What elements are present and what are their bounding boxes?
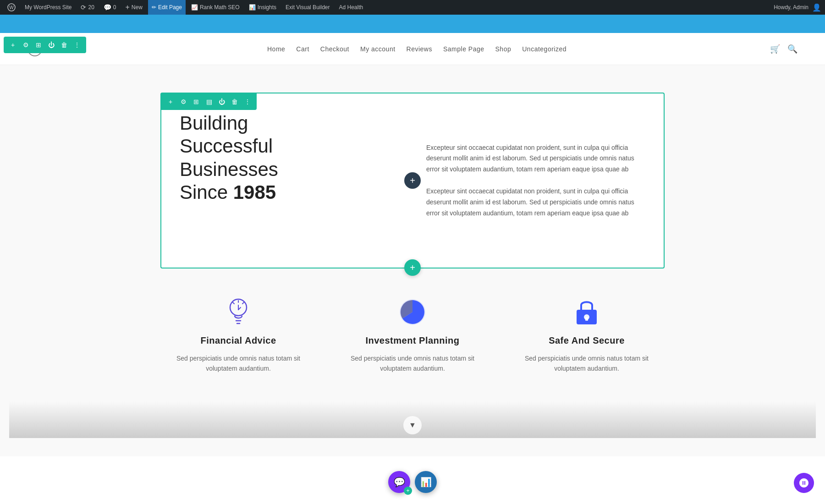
toolbar-layout-icon[interactable]: ⊞ (33, 39, 44, 50)
nav-item-shop[interactable]: Shop (495, 45, 512, 53)
nav-item-home[interactable]: Home (267, 45, 285, 53)
features-grid: Financial Advice Sed perspiciatis unde o… (160, 296, 665, 374)
toolbar-toggle-icon[interactable]: ⏻ (46, 39, 57, 50)
toolbar-delete-icon[interactable]: 🗑 (59, 39, 70, 50)
new-button[interactable]: + New (122, 0, 146, 15)
search-icon[interactable]: 🔍 (787, 44, 798, 54)
bg-hint: ▼ (9, 401, 816, 438)
section-add-icon[interactable]: + (165, 96, 176, 107)
floating-actions: 💬 + 📊 (388, 471, 437, 493)
feature-desc-secure: Sed perspiciatis unde omnis natus totam … (513, 353, 660, 374)
features-section: Financial Advice Sed perspiciatis unde o… (160, 296, 665, 374)
exit-builder-button[interactable]: Exit Visual Builder (282, 0, 334, 15)
toolbar-more-icon[interactable]: ⋮ (72, 39, 82, 50)
nav-item-checkout[interactable]: Checkout (320, 45, 349, 53)
fab-comments-button[interactable]: 💬 + (388, 471, 410, 493)
feature-item-financial: Financial Advice Sed perspiciatis unde o… (160, 296, 316, 374)
hero-left: Building Successful Businesses Since 198… (161, 93, 417, 268)
feature-desc-financial: Sed perspiciatis unde omnis natus totam … (165, 353, 312, 374)
feature-desc-investment: Sed perspiciatis unde omnis natus totam … (339, 353, 486, 374)
lock-icon (571, 296, 603, 328)
fab-add-icon: + (404, 487, 412, 495)
cart-icon[interactable]: 🛒 (770, 44, 780, 54)
admin-bar: W My WordPress Site ⟳ 20 💬 0 + New ✏ Edi… (0, 0, 825, 15)
edit-page-button[interactable]: ✏ Edit Page (148, 0, 186, 15)
builder-bar (0, 15, 825, 33)
lightbulb-icon (222, 296, 254, 328)
content-area: + ⚙ ⊞ ▤ ⏻ 🗑 ⋮ Building Successful Busine… (0, 65, 825, 456)
section-delete-icon[interactable]: 🗑 (229, 96, 240, 107)
fab-analytics-button[interactable]: 📊 (415, 471, 437, 493)
hero-right: Excepteur sint occaecat cupidatat non pr… (417, 93, 664, 268)
rank-math-button[interactable]: 📈 Rank Math SEO (187, 0, 243, 15)
divi-ai-badge[interactable] (794, 473, 814, 493)
scroll-down-button[interactable]: ▼ (403, 416, 422, 434)
hero-section: + ⚙ ⊞ ▤ ⏻ 🗑 ⋮ Building Successful Busine… (160, 93, 665, 268)
feature-title-secure: Safe And Secure (549, 335, 625, 346)
toolbar-settings-icon[interactable]: ⚙ (20, 39, 31, 50)
main-navigation: D divi Home Cart Checkout My account Rev… (0, 33, 825, 65)
comments-count[interactable]: 💬 0 (100, 0, 120, 15)
section-toolbar: + ⚙ ⊞ ▤ ⏻ 🗑 ⋮ (161, 93, 257, 110)
svg-rect-13 (585, 317, 588, 321)
svg-line-7 (233, 302, 234, 304)
nav-item-sample[interactable]: Sample Page (443, 45, 484, 53)
hero-title: Building Successful Businesses Since 198… (180, 112, 399, 204)
nav-item-myaccount[interactable]: My account (360, 45, 396, 53)
nav-menu: Home Cart Checkout My account Reviews Sa… (267, 45, 566, 53)
nav-item-uncategorized[interactable]: Uncategorized (522, 45, 566, 53)
hero-para-1: Excepteur sint occaecat cupidatat non pr… (426, 142, 645, 175)
site-name[interactable]: My WordPress Site (21, 0, 75, 15)
admin-user[interactable]: Howdy, Admin 👤 (774, 3, 821, 12)
toolbar-add-icon[interactable]: + (7, 39, 18, 50)
add-row-button[interactable]: + (404, 259, 421, 276)
hero-para-2: Excepteur sint occaecat cupidatat non pr… (426, 186, 645, 219)
wp-logo[interactable]: W (4, 0, 19, 15)
floating-toolbar[interactable]: + ⚙ ⊞ ⏻ 🗑 ⋮ (4, 37, 86, 53)
nav-item-cart[interactable]: Cart (296, 45, 309, 53)
ad-health-button[interactable]: Ad Health (335, 0, 367, 15)
section-settings-icon[interactable]: ⚙ (178, 96, 189, 107)
feature-item-investment: Investment Planning Sed perspiciatis und… (335, 296, 490, 374)
updates-count[interactable]: ⟳ 20 (77, 0, 98, 15)
feature-item-secure: Safe And Secure Sed perspiciatis unde om… (509, 296, 665, 374)
feature-title-financial: Financial Advice (200, 335, 276, 346)
section-more-icon[interactable]: ⋮ (242, 96, 253, 107)
nav-item-reviews[interactable]: Reviews (407, 45, 432, 53)
section-layout-icon[interactable]: ▤ (204, 96, 214, 107)
add-center-button[interactable]: + (404, 172, 421, 189)
svg-line-6 (242, 302, 244, 304)
svg-text:W: W (9, 5, 14, 10)
feature-title-investment: Investment Planning (365, 335, 459, 346)
insights-button[interactable]: 📊 Insights (245, 0, 280, 15)
section-disable-icon[interactable]: ⏻ (216, 96, 227, 107)
section-duplicate-icon[interactable]: ⊞ (191, 96, 202, 107)
pie-chart-icon (396, 296, 429, 328)
